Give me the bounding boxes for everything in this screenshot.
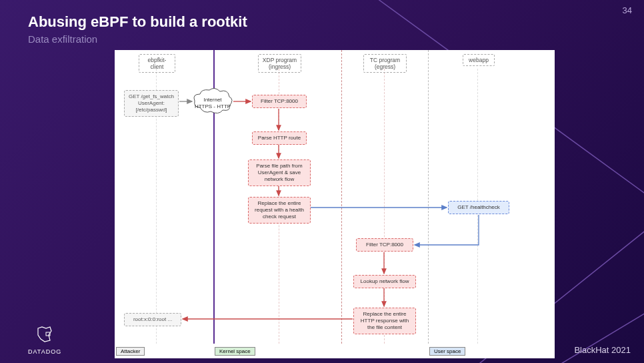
node-lookup-flow: Lookup network flow [353,275,416,288]
node-parse-path: Parse file path from UserAgent & save ne… [248,159,311,186]
node-healthcheck: GET /healthcheck [448,201,509,214]
node-request: GET /get_fs_watch UserAgent: [/etc/passw… [124,90,179,117]
node-filter-tcp-ingress: Filter TCP:8000 [252,95,307,108]
node-replace-request: Replace the entire request with a health… [248,197,311,224]
node-filter-tcp-egress: Filter TCP:8000 [356,238,413,252]
logo-text: DATADOG [28,348,61,355]
slide-subtitle: Data exfiltration [28,33,247,45]
datadog-logo: DATADOG [28,326,61,355]
space-attacker: Attacker [116,347,145,356]
node-replace-response: Replace the entire HTTP response with th… [353,308,416,334]
flow-diagram: ebpfkit-client XDP program (ingress) TC … [115,50,555,358]
node-internet: Internet HTTPS - HTTP [192,87,233,115]
footer-text: BlackHat 2021 [574,345,631,355]
cloud-label: Internet HTTPS - HTTP [192,87,233,109]
slide-title: Abusing eBPF to build a rootkit [28,13,247,31]
dog-icon [35,326,54,347]
slide-header: Abusing eBPF to build a rootkit Data exf… [28,13,247,45]
space-user: User space [429,347,465,356]
page-number: 34 [623,5,632,15]
space-kernel: Kernel space [215,347,255,356]
node-parse-route: Parse HTTP route [252,131,307,145]
node-result: root:x:0:0:root ... [124,313,181,326]
